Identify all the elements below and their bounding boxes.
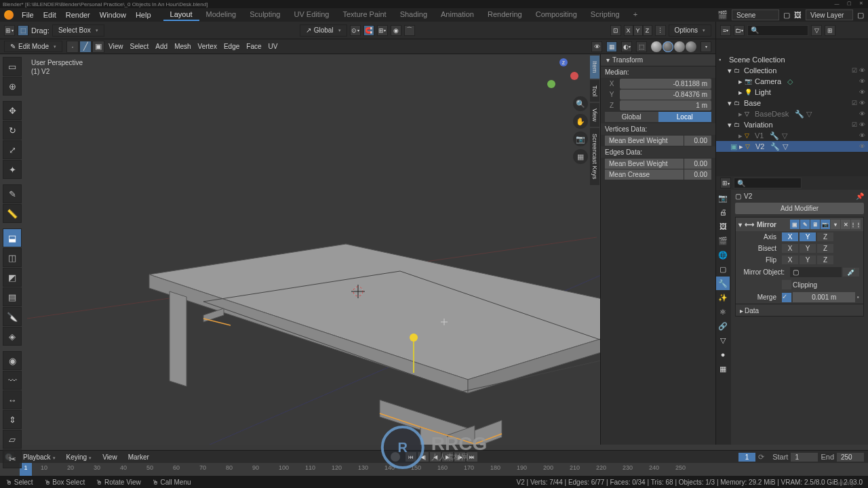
outliner-new-collection-icon[interactable]: ⊞ bbox=[825, 25, 835, 36]
merge-distance[interactable]: 0.001 m bbox=[793, 292, 855, 302]
mod-delete-icon[interactable]: ✕ bbox=[841, 220, 850, 229]
scene-icon[interactable]: 🎬 bbox=[717, 10, 728, 20]
tool-measure[interactable]: 📏 bbox=[3, 204, 22, 223]
bisect-z[interactable]: Z bbox=[817, 244, 833, 253]
zoom-icon[interactable]: 🔍 bbox=[573, 96, 588, 111]
play-reverse-icon[interactable]: ◀ bbox=[430, 452, 441, 462]
mesh-edit-mode-icon[interactable]: ⊡ bbox=[610, 25, 621, 36]
options-dropdown[interactable]: Options bbox=[669, 24, 711, 37]
tab-texture-paint[interactable]: Texture Paint bbox=[336, 9, 393, 21]
pivot-dropdown[interactable]: ⊙▾ bbox=[350, 25, 361, 36]
perspective-toggle-icon[interactable]: ▦ bbox=[573, 149, 588, 164]
outliner-v2[interactable]: ▣ ▸ ▽V2🔧 ▽👁 bbox=[716, 141, 868, 152]
editor-type-dropdown[interactable]: ⊞▾ bbox=[4, 25, 15, 36]
prop-tab-constraints[interactable]: 🔗 bbox=[716, 319, 730, 333]
menu-view[interactable]: View bbox=[108, 43, 123, 50]
flip-z[interactable]: Z bbox=[817, 256, 833, 264]
mod-drag-icon[interactable]: ⋮⋮ bbox=[851, 220, 861, 229]
n-panel-transform-header[interactable]: ▾ Transform bbox=[601, 54, 715, 66]
view-layer-icon[interactable]: 🖼 bbox=[794, 11, 802, 19]
outliner-editor-dropdown[interactable]: ≡▾ bbox=[720, 25, 731, 36]
prop-tab-particles[interactable]: ✨ bbox=[716, 291, 730, 304]
outliner-variation[interactable]: ▾ 🗀Variation☑ 👁 bbox=[716, 119, 868, 130]
pin-icon[interactable]: 📌 bbox=[856, 192, 864, 200]
mod-show-viewport[interactable]: 🖥 bbox=[810, 220, 820, 229]
prop-tab-render[interactable]: 📷 bbox=[716, 191, 730, 205]
prop-tab-view-layer[interactable]: 🖼 bbox=[716, 220, 730, 233]
mean-crease[interactable]: 0.00 bbox=[684, 169, 711, 180]
add-modifier-button[interactable]: Add Modifier bbox=[735, 203, 864, 214]
tool-spin[interactable]: ◉ bbox=[3, 351, 22, 370]
tool-annotate[interactable]: ✎ bbox=[3, 184, 22, 203]
current-frame[interactable]: 1 bbox=[738, 453, 756, 462]
mod-show-on-cage[interactable]: ▣ bbox=[790, 220, 800, 229]
mod-show-render[interactable]: 📷 bbox=[821, 220, 830, 229]
prop-tab-mesh[interactable]: ▽ bbox=[716, 333, 730, 347]
timeline-ruler[interactable]: 1 10203040506070809010011012013014015016… bbox=[0, 463, 868, 476]
prop-tab-scene[interactable]: 🎬 bbox=[716, 234, 730, 247]
prop-tab-physics[interactable]: ⚛ bbox=[716, 305, 730, 319]
tab-layout[interactable]: Layout bbox=[163, 9, 199, 21]
tool-shear[interactable]: ▱ bbox=[3, 430, 22, 449]
tab-uv-editing[interactable]: UV Editing bbox=[287, 9, 336, 21]
outliner-light[interactable]: ▸ 💡Light👁 bbox=[716, 87, 868, 98]
gizmo-y[interactable]: Y bbox=[633, 25, 643, 36]
transform-space-global[interactable]: Global bbox=[605, 112, 658, 122]
menu-uv[interactable]: UV bbox=[269, 43, 278, 50]
tool-poly-build[interactable]: ◈ bbox=[3, 327, 22, 346]
breadcrumb-object[interactable]: V2 bbox=[744, 192, 752, 200]
new-layer-icon[interactable]: ▢ bbox=[857, 11, 864, 20]
orientation-dropdown[interactable]: ↗ Global bbox=[300, 24, 347, 37]
start-frame[interactable]: 1 bbox=[791, 453, 818, 462]
tool-move[interactable]: ✥ bbox=[3, 101, 22, 120]
median-y[interactable]: -0.84376 m bbox=[620, 89, 711, 100]
transform-space-local[interactable]: Local bbox=[658, 112, 712, 122]
face-select-mode[interactable]: ▣ bbox=[92, 41, 104, 53]
mirror-object-input[interactable]: ▢ bbox=[790, 267, 842, 277]
shading-material[interactable] bbox=[674, 41, 685, 52]
menu-help[interactable]: Help bbox=[132, 9, 155, 20]
menu-select[interactable]: Select bbox=[130, 43, 149, 50]
mirror-axis-x[interactable]: X bbox=[782, 232, 798, 241]
outliner-collection[interactable]: ▾ 🗀Collection☑ 👁 bbox=[716, 65, 868, 76]
tool-cursor[interactable]: ⊕ bbox=[3, 77, 22, 96]
tab-animation[interactable]: Animation bbox=[434, 9, 481, 21]
snap-dropdown[interactable]: ⊞▾ bbox=[377, 25, 388, 36]
menu-mesh[interactable]: Mesh bbox=[174, 43, 191, 50]
toggle-xray-icon[interactable]: ⬚ bbox=[636, 41, 647, 52]
tab-item[interactable]: Item bbox=[590, 56, 599, 79]
prop-tab-texture[interactable]: ▦ bbox=[716, 362, 730, 375]
snap-toggle[interactable]: 🧲 bbox=[363, 25, 374, 36]
mirror-object-eyedrop-icon[interactable]: 💉 bbox=[843, 268, 859, 277]
tl-keying[interactable]: Keying bbox=[64, 453, 95, 461]
xray-toggle-icon[interactable]: ▦ bbox=[606, 41, 617, 52]
prop-tab-world[interactable]: 🌐 bbox=[716, 248, 730, 262]
vert-bevel-weight[interactable]: 0.00 bbox=[684, 136, 711, 146]
proportional-toggle[interactable]: ◉ bbox=[391, 25, 401, 36]
outliner-search[interactable] bbox=[747, 25, 808, 36]
outliner-basedesk[interactable]: ▸ ▽BaseDesk🔧 ▽👁 bbox=[716, 108, 868, 119]
shading-dropdown[interactable]: ▾ bbox=[701, 41, 711, 52]
modifier-collapse-icon[interactable]: ▾ bbox=[738, 221, 742, 228]
edge-select-mode[interactable]: ╱ bbox=[79, 41, 92, 53]
shading-solid[interactable] bbox=[663, 41, 673, 52]
nav-gizmo[interactable]: Z bbox=[546, 58, 580, 92]
gizmo-x[interactable]: X bbox=[624, 25, 633, 36]
tool-shrink-fatten[interactable]: ⇕ bbox=[3, 410, 22, 429]
pan-icon[interactable]: ✋ bbox=[573, 114, 588, 129]
tool-scale[interactable]: ⤢ bbox=[3, 140, 22, 159]
tab-modeling[interactable]: Modeling bbox=[199, 9, 243, 21]
median-x[interactable]: -0.81188 m bbox=[620, 79, 711, 89]
menu-face[interactable]: Face bbox=[246, 43, 261, 50]
tool-rip[interactable]: ✂ bbox=[3, 449, 22, 468]
axis-y-icon[interactable] bbox=[547, 80, 555, 88]
bisect-y[interactable]: Y bbox=[800, 244, 816, 253]
bisect-x[interactable]: X bbox=[782, 244, 798, 253]
tool-select-box[interactable]: ▭ bbox=[3, 57, 22, 76]
next-key-icon[interactable]: |▶ bbox=[454, 452, 465, 462]
tab-add[interactable]: + bbox=[627, 9, 644, 21]
menu-edit[interactable]: Edit bbox=[39, 9, 60, 20]
play-icon[interactable]: ▶ bbox=[442, 452, 453, 462]
shading-rendered[interactable] bbox=[686, 41, 696, 52]
merge-checkbox[interactable]: ✓ bbox=[782, 293, 791, 302]
